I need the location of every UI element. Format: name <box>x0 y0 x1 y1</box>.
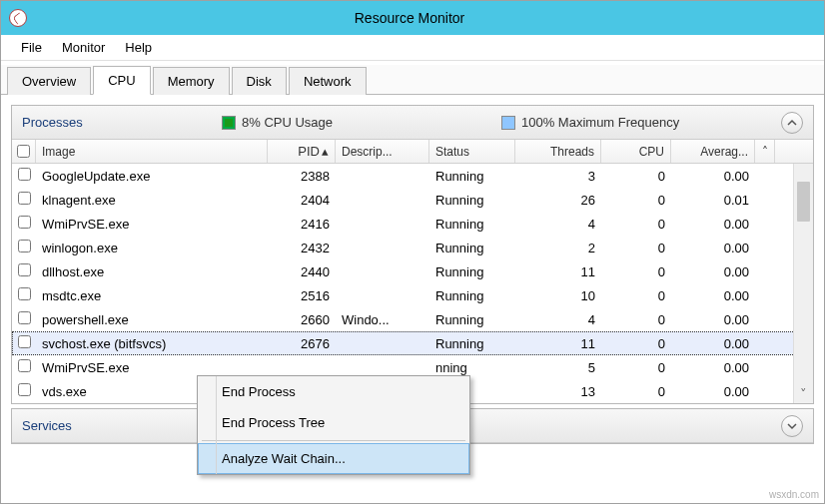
cell-average: 0.00 <box>671 217 755 232</box>
cell-image: WmiPrvSE.exe <box>36 360 268 375</box>
row-checkbox-cell[interactable] <box>12 311 36 327</box>
watermark: wsxdn.com <box>769 489 819 500</box>
cell-pid: 2404 <box>268 193 336 208</box>
expand-services-button[interactable] <box>781 415 803 437</box>
cell-average: 0.01 <box>671 193 755 208</box>
menu-analyze-wait-chain[interactable]: Analyze Wait Chain... <box>198 443 469 474</box>
cell-status: Running <box>429 336 515 351</box>
collapse-button[interactable] <box>781 112 803 134</box>
row-checkbox[interactable] <box>18 311 31 324</box>
cpu-usage-swatch-icon <box>222 116 236 130</box>
row-checkbox-cell[interactable] <box>12 359 36 375</box>
menu-file[interactable]: File <box>11 37 52 58</box>
app-icon <box>9 9 27 27</box>
cell-threads: 3 <box>515 169 601 184</box>
scroll-up-icon[interactable]: ˄ <box>755 140 775 163</box>
cell-cpu: 0 <box>601 312 671 327</box>
column-threads[interactable]: Threads <box>515 140 601 163</box>
window-title: Resource Monitor <box>33 10 816 26</box>
cell-threads: 13 <box>515 384 601 399</box>
column-average[interactable]: Averag... <box>671 140 755 163</box>
process-rows: GoogleUpdate.exe2388Running300.00klnagen… <box>12 164 813 403</box>
column-status[interactable]: Status <box>429 140 515 163</box>
cell-average: 0.00 <box>671 288 755 303</box>
processes-header[interactable]: Processes 8% CPU Usage 100% Maximum Freq… <box>12 106 813 140</box>
tab-overview[interactable]: Overview <box>7 67 91 95</box>
scrollbar-track[interactable] <box>794 164 813 383</box>
context-menu: End Process End Process Tree Analyze Wai… <box>197 375 470 475</box>
cell-status: Running <box>429 312 515 327</box>
select-all-checkbox[interactable] <box>17 145 30 158</box>
row-checkbox[interactable] <box>18 168 31 181</box>
row-checkbox[interactable] <box>18 192 31 205</box>
scrollbar[interactable]: ˅ <box>793 164 813 403</box>
cell-average: 0.00 <box>671 169 755 184</box>
cell-status: Running <box>429 193 515 208</box>
cell-threads: 10 <box>515 288 601 303</box>
cell-image: WmiPrvSE.exe <box>36 217 268 232</box>
cell-image: msdtc.exe <box>36 288 268 303</box>
row-checkbox-cell[interactable] <box>12 168 36 184</box>
cell-cpu: 0 <box>601 217 671 232</box>
row-checkbox[interactable] <box>18 263 31 276</box>
cell-status: nning <box>429 360 515 375</box>
table-row[interactable]: WmiPrvSE.exe2416Running400.00 <box>12 212 813 236</box>
table-row[interactable]: msdtc.exe2516Running1000.00 <box>12 283 813 307</box>
cell-status: Running <box>429 288 515 303</box>
table-row[interactable]: winlogon.exe2432Running200.00 <box>12 236 813 259</box>
cell-average: 0.00 <box>671 241 755 255</box>
column-pid[interactable]: PID▴ <box>268 140 336 163</box>
menu-end-process[interactable]: End Process <box>198 376 469 407</box>
table-row[interactable]: powershell.exe2660Windo...Running400.00 <box>12 307 813 331</box>
menu-monitor[interactable]: Monitor <box>52 37 115 58</box>
cell-threads: 4 <box>515 217 601 232</box>
cell-pid: 2416 <box>268 217 336 232</box>
cell-pid: 2432 <box>268 241 336 255</box>
cell-pid: 2676 <box>268 336 336 351</box>
row-checkbox-cell[interactable] <box>12 335 36 351</box>
table-row[interactable]: dllhost.exe2440Running1100.00 <box>12 259 813 283</box>
row-checkbox[interactable] <box>18 383 31 396</box>
cell-status: Running <box>429 217 515 232</box>
cell-cpu: 0 <box>601 264 671 279</box>
cell-image: winlogon.exe <box>36 241 268 255</box>
tab-network[interactable]: Network <box>289 67 367 95</box>
row-checkbox-cell[interactable] <box>12 216 36 232</box>
row-checkbox[interactable] <box>18 335 31 348</box>
cell-status: Running <box>429 264 515 279</box>
table-row[interactable]: GoogleUpdate.exe2388Running300.00 <box>12 164 813 188</box>
tab-disk[interactable]: Disk <box>232 67 287 95</box>
table-row[interactable]: svchost.exe (bitfsvcs)2676Running1100.00 <box>12 331 813 355</box>
scroll-down-icon[interactable]: ˅ <box>794 383 813 403</box>
row-checkbox-cell[interactable] <box>12 240 36 255</box>
table-row[interactable]: klnagent.exe2404Running2600.01 <box>12 188 813 212</box>
column-description[interactable]: Descrip... <box>336 140 429 163</box>
cell-cpu: 0 <box>601 288 671 303</box>
row-checkbox[interactable] <box>18 240 31 252</box>
chevron-down-icon <box>787 421 797 431</box>
row-checkbox-cell[interactable] <box>12 287 36 303</box>
menu-help[interactable]: Help <box>115 37 162 58</box>
tab-cpu[interactable]: CPU <box>93 66 150 95</box>
cell-cpu: 0 <box>601 193 671 208</box>
cell-average: 0.00 <box>671 336 755 351</box>
column-cpu[interactable]: CPU <box>601 140 671 163</box>
cell-image: GoogleUpdate.exe <box>36 169 268 184</box>
row-checkbox-cell[interactable] <box>12 192 36 208</box>
menu-end-process-tree[interactable]: End Process Tree <box>198 407 469 438</box>
row-checkbox-cell[interactable] <box>12 383 36 399</box>
row-checkbox[interactable] <box>18 287 31 300</box>
row-checkbox[interactable] <box>18 359 31 372</box>
cell-average: 0.00 <box>671 360 755 375</box>
row-checkbox-cell[interactable] <box>12 263 36 279</box>
column-image[interactable]: Image <box>36 140 268 163</box>
context-menu-gutter <box>216 376 217 474</box>
cell-threads: 2 <box>515 241 601 255</box>
row-checkbox[interactable] <box>18 216 31 229</box>
column-checkbox[interactable] <box>12 140 36 163</box>
processes-panel: Processes 8% CPU Usage 100% Maximum Freq… <box>11 105 814 404</box>
scrollbar-thumb[interactable] <box>797 182 810 222</box>
cell-cpu: 0 <box>601 384 671 399</box>
tab-memory[interactable]: Memory <box>153 67 230 95</box>
cpu-usage-metric: 8% CPU Usage <box>222 115 501 130</box>
